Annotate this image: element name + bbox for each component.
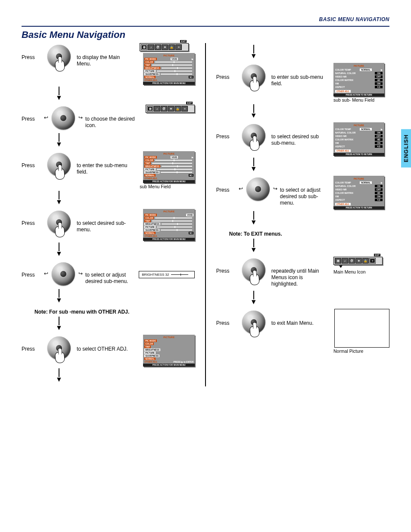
note-other-adj: Note: For sub -menu with OTHER ADJ. (34, 309, 195, 315)
osd-icon: ⊞ (141, 44, 147, 50)
note-exit-menus: Note: To EXIT menus. (229, 231, 389, 237)
osd-picture-menu: PICTURE PIC MODE COLOR TINT BRIGHTNESS P… (143, 335, 195, 367)
step-instruction: to display the Main Menu. (77, 43, 135, 67)
down-arrow-icon: ▼ (239, 104, 269, 120)
step-instruction: to select OTHER ADJ. (77, 335, 135, 352)
page-content: BASIC MENU NAVIGATION Basic Menu Navigat… (22, 26, 389, 386)
press-label: Press (216, 122, 236, 140)
down-arrow-icon: ▼ (44, 317, 74, 332)
dial-icon (246, 177, 270, 201)
left-column: Press to display the Main Menu. ⊞ ♪ ⏱ ✦ (22, 43, 195, 386)
slider-value: 32 (165, 273, 169, 277)
down-arrow-icon: ▼ (44, 87, 74, 102)
arrow-right-icon: ↪ (78, 115, 83, 120)
press-label: Press (22, 209, 41, 226)
step-instruction: repeatedly until Main Menus icon is high… (271, 257, 329, 287)
step-instruction: to select or adjust desired sub-menu. (85, 261, 130, 285)
step-instruction: to select desired sub sub-menu. (271, 122, 329, 146)
step-instruction: to exit Main Menu. (271, 309, 329, 327)
osd-caption: sub Menu Field (140, 184, 195, 189)
press-label: Press (216, 309, 236, 326)
osd-picture-menu: PICTURE PIC MODEVIVID COLOR TINT BRIGHTN… (143, 209, 195, 241)
blank-screen (334, 309, 389, 348)
osd-caption: Normal Picture (333, 348, 389, 354)
press-label: Press (22, 335, 41, 352)
column-divider (205, 43, 206, 386)
step-instruction: to select desired sub-menu. (77, 209, 135, 233)
osd-icon: 🔒 (168, 44, 175, 50)
osd-picture-menu: PICTURE PIC MODEVIVID▶ COLOR TINT BRIGHT… (143, 151, 195, 183)
right-column: ▼ Press to enter sub sub-menu field. PIC (216, 43, 389, 386)
down-arrow-icon: ▼ (239, 158, 269, 173)
finger-icon (249, 80, 260, 92)
osd-picture-menu: PICTURE PIC MODEVIVID▶ COLOR TINT BRIGHT… (143, 53, 195, 85)
osd-icon: ✦ (162, 44, 168, 50)
osd-menu-bar: ⊞♪⏱✦🔒≡ (146, 105, 195, 113)
osd-icon: ≡ (175, 44, 182, 50)
arrow-left-icon: ↪ (44, 271, 48, 276)
osd-caption: sub sub- Menu Field (333, 97, 389, 103)
finger-icon (55, 168, 65, 180)
dial-icon (52, 106, 75, 130)
osd-header: PICTURE (144, 54, 193, 57)
finger-icon (249, 326, 260, 338)
press-label: Press (22, 151, 41, 168)
press-label: Press (22, 105, 41, 122)
osd-icon: ♪ (148, 44, 154, 50)
step-instruction: to enter the sub-menu field. (77, 151, 135, 175)
finger-icon (55, 226, 65, 238)
press-label: Press (22, 43, 41, 60)
arrow-right-icon: ↪ (273, 186, 277, 191)
osd-caption: Main Menu Icon (333, 269, 389, 274)
press-label: Press (216, 176, 236, 193)
osd-other-menu: PICTURE COLOR TEMPNORMAL▶ NATURAL COLORO… (333, 63, 384, 96)
down-arrow-icon: ▼ (44, 368, 74, 384)
down-arrow-icon: ▼ (44, 289, 74, 305)
down-arrow-icon: ▼ (44, 243, 74, 258)
step-instruction: to select or adjust desired sub sub-menu… (280, 176, 329, 206)
down-arrow-icon: ▼ (44, 191, 74, 206)
arrow-left-icon: ↪ (239, 186, 243, 191)
finger-icon (249, 139, 260, 151)
down-arrow-icon: ▼ (239, 291, 269, 306)
press-label: Press (22, 261, 41, 278)
page-title: Basic Menu Navigation (22, 29, 389, 40)
osd-menu-bar: ⊞♪⏱✦🔒≡ (333, 257, 383, 265)
dial-icon (52, 262, 75, 286)
finger-icon (55, 352, 65, 364)
finger-icon (55, 60, 65, 72)
osd-icon: ⏱ (155, 44, 161, 50)
osd-footer: PRESS ACTION FOR MAIN MENU (143, 82, 195, 85)
brightness-slider: BRIGHTNESS 32 (139, 271, 195, 278)
slider-label: BRIGHTNESS (142, 273, 164, 277)
down-arrow-icon: ▼ (239, 239, 269, 254)
header-section: BASIC MENU NAVIGATION (319, 16, 389, 22)
step-instruction: to enter sub sub-menu field. (271, 63, 329, 87)
down-arrow-icon: ▼ (239, 45, 269, 60)
language-tab: ENGLISH (401, 129, 411, 168)
step-instruction: to choose the desired icon. (85, 105, 141, 129)
press-label: Press (216, 63, 236, 80)
down-arrow-icon: ▼ (239, 211, 269, 227)
press-label: Press (216, 257, 236, 274)
arrow-right-icon: ↪ (78, 271, 83, 276)
osd-other-menu: PICTURE COLOR TEMPNORMAL▶ NATURAL COLORO… (333, 176, 384, 209)
down-arrow-icon: ▼ (44, 133, 74, 149)
finger-icon (249, 274, 260, 286)
osd-menu-bar: ⊞ ♪ ⏱ ✦ 🔒 ≡ (140, 43, 189, 51)
arrow-left-icon: ↪ (44, 115, 48, 120)
osd-other-menu: PICTURE COLOR TEMPNORMAL▶ NATURAL COLORO… (333, 122, 384, 156)
